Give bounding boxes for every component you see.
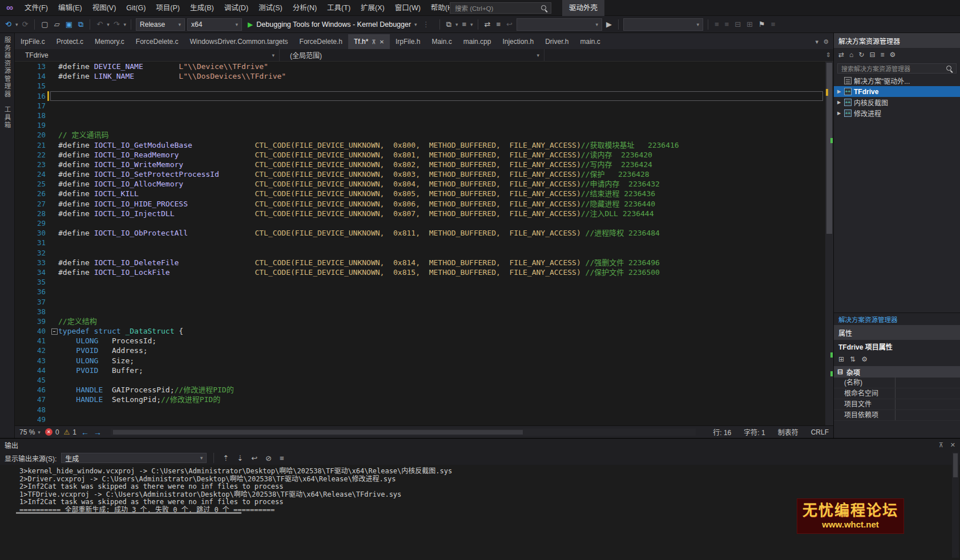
code-line[interactable]: 42 PVOID Address;	[15, 346, 833, 355]
column-indicator[interactable]: 字符: 1	[744, 427, 765, 437]
property-row[interactable]: 根命名空间	[834, 388, 960, 399]
output-horizontal-scrollbar[interactable]	[16, 512, 241, 514]
refresh-icon[interactable]: ↻	[858, 51, 864, 59]
pin-icon[interactable]: ⊼	[372, 39, 376, 45]
breakpoint-margin[interactable]	[15, 405, 27, 415]
pencil-icon[interactable]: ↩	[505, 20, 514, 29]
document-tab[interactable]: Injection.h	[497, 34, 539, 49]
tab-options-gear-icon[interactable]: ⚙	[823, 38, 829, 46]
breakpoint-margin[interactable]	[15, 150, 27, 160]
toggle-output-icon[interactable]: ≡	[278, 454, 286, 462]
indent-icon[interactable]: ≡	[713, 20, 721, 29]
navigate-back-caret-icon[interactable]: ▾	[15, 22, 18, 27]
document-list-caret-icon[interactable]: ▾	[816, 38, 819, 46]
breakpoint-margin[interactable]	[15, 160, 27, 169]
document-tab[interactable]: IrpFile.c	[15, 34, 51, 49]
breakpoint-margin[interactable]	[15, 346, 27, 355]
goto-prev-message-icon[interactable]: ⇡	[221, 454, 231, 462]
property-row[interactable]: (名称)	[834, 378, 960, 388]
solution-tree-item[interactable]: ▶++TFdrive	[834, 86, 960, 97]
breakpoint-margin[interactable]	[15, 218, 27, 228]
new-file-icon[interactable]: ▢	[39, 20, 50, 29]
properties-section-header[interactable]: ⊟ 杂项	[834, 366, 960, 378]
redo-icon[interactable]: ↷	[112, 20, 122, 29]
clear-all-icon[interactable]: ⊘	[264, 454, 273, 462]
properties-icon[interactable]: ⚙	[889, 51, 896, 59]
profiler-icon[interactable]: ≡	[460, 20, 468, 29]
breakpoint-margin[interactable]	[15, 179, 27, 189]
code-line[interactable]: 25#define IOCTL_IO_AllocMemory CTL_CODE(…	[15, 179, 833, 189]
code-line[interactable]: 44 PVOID Buffer;	[15, 366, 833, 375]
menu-item[interactable]: Git(G)	[121, 0, 151, 16]
menu-item[interactable]: 窗口(W)	[390, 0, 426, 16]
breakpoint-margin[interactable]	[15, 385, 27, 395]
breakpoint-margin[interactable]	[15, 101, 27, 111]
run-macro-icon[interactable]: ▶	[604, 20, 614, 29]
code-line[interactable]: 13#define DEVICE_NAME L"\\Device\\TFdriv…	[15, 62, 833, 71]
code-line[interactable]: 20// 定义通讯码	[15, 130, 833, 140]
code-editor[interactable]: 13#define DEVICE_NAME L"\\Device\\TFdriv…	[15, 62, 833, 425]
code-line[interactable]: 30#define IOCTL_IO_ObProtectAll CTL_CODE…	[15, 228, 833, 238]
code-line[interactable]: 34#define IOCTL_IO_LockFile CTL_CODE(FIL…	[15, 267, 833, 277]
error-count-button[interactable]: ✕ 0	[45, 428, 59, 436]
code-line[interactable]: 18	[15, 111, 833, 120]
breakpoint-margin[interactable]	[15, 415, 27, 424]
close-icon[interactable]: ✕	[380, 39, 384, 45]
quick-search-box[interactable]: 搜索 (Ctrl+Q)	[450, 2, 551, 14]
search-input[interactable]: 搜索 (Ctrl+Q)	[450, 3, 540, 13]
side-tool-tab[interactable]: 工具箱	[3, 106, 12, 129]
breakpoint-margin[interactable]	[15, 297, 27, 307]
code-line[interactable]: 38	[15, 307, 833, 316]
save-all-icon[interactable]: ⧉	[76, 20, 85, 29]
breakpoint-margin[interactable]	[15, 316, 27, 326]
code-line[interactable]: 17	[15, 101, 833, 111]
document-tab[interactable]: Memory.c	[89, 34, 130, 49]
breakpoint-margin[interactable]	[15, 81, 27, 91]
solution-tree-item[interactable]: ▶++内核反截图	[834, 97, 960, 108]
collapse-all-icon[interactable]: ⊟	[869, 51, 875, 59]
document-tab[interactable]: Protect.c	[51, 34, 89, 49]
split-window-icon[interactable]: ⇕	[826, 51, 831, 59]
code-line[interactable]: 24#define IOCTL_IO_SetProtectProcessId C…	[15, 169, 833, 179]
project-scope-dropdown[interactable]: TFdrive ▾	[15, 49, 280, 61]
edit-list-icon[interactable]: ≡	[495, 20, 503, 29]
editor-vertical-scrollbar[interactable]	[825, 62, 833, 425]
code-line[interactable]: 32	[15, 248, 833, 258]
solution-search-input[interactable]: 搜索解决方案资源管理器	[838, 64, 946, 73]
uncomment-icon[interactable]: ⊞	[745, 20, 755, 29]
code-line[interactable]: 45	[15, 375, 833, 385]
tool-window-tab[interactable]: 解决方案资源管理器	[834, 313, 960, 325]
line-indicator[interactable]: 行: 16	[713, 427, 731, 437]
code-line[interactable]: 40typedef struct _DataStruct {	[15, 326, 833, 336]
navigate-forward-icon[interactable]: ⟳	[20, 20, 30, 29]
menu-item[interactable]: 编辑(E)	[53, 0, 87, 16]
code-line[interactable]: 29	[15, 218, 833, 228]
undo-caret-icon[interactable]: ▾	[107, 22, 110, 27]
document-tab[interactable]: IrpFile.h	[390, 34, 426, 49]
document-tab[interactable]: ForceDelete.c	[130, 34, 184, 49]
menu-item-extension[interactable]: 驱动外壳	[562, 0, 604, 16]
breakpoint-margin[interactable]	[15, 120, 27, 130]
breakpoint-margin[interactable]	[15, 395, 27, 404]
breakpoint-margin[interactable]	[15, 287, 27, 297]
home-icon[interactable]: ⌂	[849, 51, 853, 59]
chevron-right-icon[interactable]: ▶	[836, 111, 842, 116]
code-line[interactable]: 21#define IOCTL_IO_GetModuleBase CTL_COD…	[15, 140, 833, 150]
code-line[interactable]: 14#define LINK_NAME L"\\DosDevices\\TFdr…	[15, 71, 833, 81]
code-line[interactable]: 26#define IOCTL_KILL CTL_CODE(FILE_DEVIC…	[15, 189, 833, 198]
navigate-forward-icon[interactable]: →	[94, 428, 102, 437]
breakpoint-margin[interactable]	[15, 267, 27, 277]
code-line[interactable]: 46 HANDLE GAIProcessPid;//修改进程PID的	[15, 385, 833, 395]
code-line[interactable]: 35	[15, 277, 833, 287]
breakpoint-margin[interactable]	[15, 169, 27, 179]
solution-search[interactable]: 搜索解决方案资源管理器	[834, 62, 960, 75]
goto-next-message-icon[interactable]: ⇣	[235, 454, 245, 462]
code-line[interactable]: 31	[15, 238, 833, 247]
breakpoint-margin[interactable]	[15, 336, 27, 346]
tabs-indicator[interactable]: 制表符	[778, 427, 798, 437]
breakpoint-margin[interactable]	[15, 62, 27, 71]
document-tab[interactable]: WindowsDriver.Common.targets	[184, 34, 294, 49]
code-line[interactable]: 49	[15, 415, 833, 424]
bookmark-list-icon[interactable]: ≡	[769, 20, 777, 29]
categorized-icon[interactable]: ⊞	[838, 355, 844, 363]
